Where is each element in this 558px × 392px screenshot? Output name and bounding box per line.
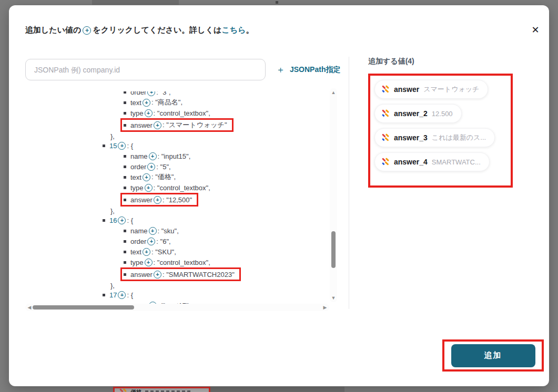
add-value-icon[interactable]: +: [154, 271, 161, 278]
bullet-icon: [124, 166, 126, 168]
pill-label: answer_3: [394, 133, 428, 142]
screen: 価格 追加したい値の + をクリックしてください。詳しくは こちら 。 ✕ ＋ …: [0, 0, 558, 392]
vertical-scrollbar[interactable]: ▲ ▼: [330, 88, 337, 302]
pill-value: 12.500: [432, 110, 453, 118]
pill-label: answer: [394, 85, 419, 94]
tree-value: : "6",: [156, 238, 170, 245]
add-value-icon[interactable]: +: [118, 216, 126, 224]
tree-key: answer: [130, 121, 153, 129]
dimmed-background-block: [92, 0, 179, 5]
add-value-icon[interactable]: +: [154, 196, 161, 204]
tree-key: text: [130, 248, 141, 256]
add-value-icon[interactable]: +: [145, 109, 153, 117]
variable-icon: [381, 158, 390, 166]
scroll-right-icon[interactable]: ▶: [321, 304, 329, 311]
value-pill[interactable]: answer_3これは最新のス...: [374, 128, 495, 147]
add-value-icon[interactable]: +: [149, 152, 157, 160]
add-button[interactable]: 追加: [451, 344, 535, 367]
jsonpath-specify-button[interactable]: ＋ JSONPath指定: [276, 59, 340, 80]
tree-key: name: [130, 227, 148, 235]
tree-row: name+: "input15",: [25, 151, 329, 161]
bullet-icon: [124, 230, 126, 232]
bullet-icon: [103, 219, 105, 222]
value-pill[interactable]: answer_212.500: [374, 104, 462, 123]
tree-value: : "control_textbox",: [154, 109, 210, 117]
add-value-icon[interactable]: +: [143, 173, 150, 181]
tree-value: : "SMARTWATCH2023": [163, 271, 235, 278]
bullet-icon: [124, 273, 126, 276]
add-value-icon[interactable]: +: [147, 238, 155, 245]
tree-key: text: [130, 173, 141, 181]
tree-value: : {: [127, 142, 133, 150]
tree-key: type: [130, 109, 144, 117]
tree-row: name+: "sku",: [25, 225, 329, 236]
scroll-left-icon[interactable]: ◀: [26, 304, 33, 311]
tree-key: order: [130, 238, 146, 245]
tree-key: order: [130, 91, 146, 96]
tree-row: order+: "6",: [25, 236, 329, 246]
add-value-icon[interactable]: +: [149, 227, 157, 235]
scroll-up-icon[interactable]: ▲: [330, 89, 337, 96]
add-value-icon[interactable]: +: [143, 248, 150, 256]
annotation-box-tree-row: answer+: "スマートウォッチ": [120, 118, 234, 132]
bullet-icon: [124, 112, 126, 115]
tree-key: type: [130, 259, 144, 266]
tree-value: : "12,500": [163, 196, 192, 204]
tree-row: text+: "商品名",: [25, 97, 329, 108]
bullet-icon: [124, 240, 126, 243]
add-value-icon[interactable]: +: [147, 163, 155, 171]
close-brace: },: [110, 207, 115, 215]
value-pill[interactable]: answer_4SMARTWATC...: [374, 152, 490, 171]
scroll-down-icon[interactable]: ▼: [330, 295, 337, 301]
add-value-icon[interactable]: +: [145, 259, 153, 266]
tree-value: : "商品名",: [151, 98, 182, 107]
tree-row: answer+: "12,500": [25, 193, 329, 207]
values-panel-title: 追加する値(4): [368, 57, 414, 66]
annotation-box-values: answerスマートウォッチ answer_212.500 answer_3これ…: [368, 74, 513, 188]
bullet-icon: [124, 176, 126, 179]
close-brace: },: [110, 132, 115, 140]
details-link[interactable]: こちら: [221, 25, 246, 35]
add-value-icon[interactable]: +: [118, 142, 126, 150]
title-text: 追加したい値の: [25, 25, 81, 35]
tree-key: answer: [130, 271, 153, 278]
horizontal-scrollbar-thumb[interactable]: [33, 305, 134, 310]
tree-value: : {: [127, 291, 133, 299]
variable-icon: [119, 388, 127, 392]
tree-key: text: [130, 99, 141, 107]
tree-row: text+: "価格",: [25, 172, 329, 182]
bullet-icon: [124, 101, 126, 104]
horizontal-scrollbar[interactable]: ◀ ▶: [25, 304, 329, 311]
bullet-icon: [124, 261, 126, 264]
jsonpath-button-label: JSONPath指定: [290, 65, 340, 75]
dimmed-background-block: [210, 387, 344, 392]
tree-value: : "3",: [156, 91, 170, 96]
tree-value: : "価格",: [151, 172, 176, 182]
tree-value: : "control_textbox",: [154, 259, 210, 266]
tree-value: : "5",: [156, 163, 170, 171]
tree-value: : "sku",: [158, 227, 179, 235]
value-pill[interactable]: answerスマートウォッチ: [374, 80, 488, 99]
title-text: 。: [246, 25, 253, 35]
title-text: をクリックしてください。詳しくは: [93, 25, 221, 35]
annotation-box-tree-row: answer+: "SMARTWATCH2023": [120, 267, 241, 281]
vertical-scrollbar-thumb[interactable]: [331, 231, 336, 268]
add-value-icon[interactable]: +: [143, 99, 150, 107]
add-value-icon[interactable]: +: [147, 91, 155, 96]
tree-row: answer+: "スマートウォッチ": [25, 118, 329, 132]
variable-icon: [381, 85, 390, 94]
bullet-icon: [124, 199, 126, 201]
close-icon[interactable]: ✕: [529, 23, 542, 37]
add-value-icon[interactable]: +: [118, 291, 126, 299]
jsonpath-search-input[interactable]: [25, 59, 266, 80]
tree-row: },: [25, 132, 329, 141]
dimmed-background-mark: [276, 1, 278, 4]
add-value-icon[interactable]: +: [154, 121, 161, 129]
tree-key: order: [130, 163, 146, 171]
tree-key: answer: [130, 196, 153, 204]
annotation-box-tree-row: answer+: "12,500": [120, 193, 198, 207]
tree-value: : {: [127, 216, 133, 224]
plus-icon: ＋: [276, 64, 285, 76]
variable-icon-slot: [119, 389, 127, 392]
add-value-icon[interactable]: +: [145, 184, 153, 192]
